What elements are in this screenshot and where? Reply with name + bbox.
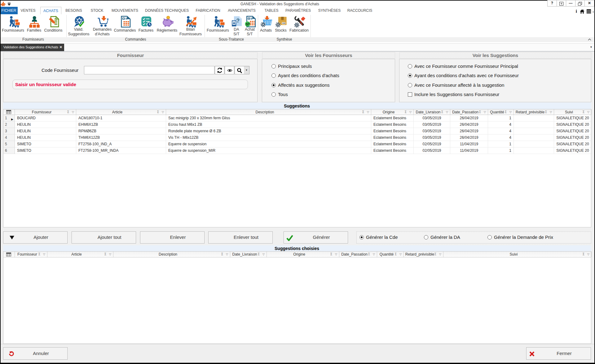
svg-text:ST: ST — [246, 23, 250, 26]
svg-text:?: ? — [236, 18, 240, 24]
